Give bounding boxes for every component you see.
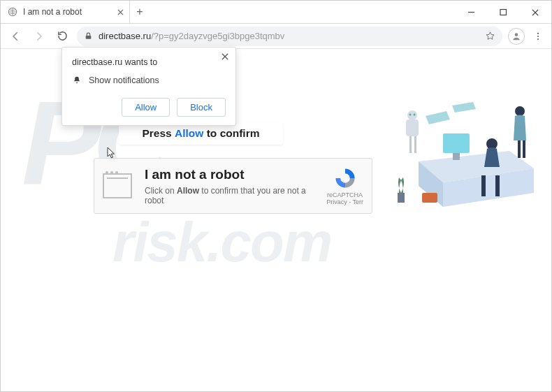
popup-title: directbase.ru wants to	[72, 57, 226, 67]
url-path: /?p=gy2dayzvge5gi3bpge3tqmbv	[151, 31, 284, 41]
window-icon	[103, 173, 132, 198]
popup-line: Show notifications	[89, 75, 159, 85]
svg-point-17	[409, 114, 412, 116]
svg-rect-27	[398, 193, 405, 203]
svg-rect-24	[422, 193, 437, 203]
svg-rect-20	[414, 136, 416, 153]
url-host: directbase.ru	[99, 31, 151, 41]
captcha-subtext: Click on Allow to confirm that you are n…	[145, 186, 314, 205]
recaptcha-privacy-terms: Privacy - Terr	[326, 198, 363, 205]
window-controls	[455, 1, 551, 23]
profile-avatar-icon[interactable]	[508, 28, 525, 45]
svg-point-3	[515, 33, 518, 36]
address-bar[interactable]: directbase.ru/?p=gy2dayzvge5gi3bpge3tqmb…	[77, 27, 502, 46]
svg-rect-23	[523, 140, 525, 158]
close-button[interactable]	[519, 1, 551, 24]
cursor-icon	[107, 147, 117, 159]
svg-point-16	[407, 110, 417, 120]
url-text: directbase.ru/?p=gy2dayzvge5gi3bpge3tqmb…	[99, 31, 284, 41]
svg-point-18	[414, 114, 416, 116]
browser-tab[interactable]: I am not a robot	[1, 1, 130, 23]
banner-post: to confirm	[207, 127, 260, 140]
svg-rect-13	[481, 175, 486, 196]
captcha-heading: I am not a robot	[145, 167, 314, 182]
recaptcha-label: reCAPTCHA	[326, 191, 363, 198]
captcha-card: I am not a robot Click on Allow to confi…	[94, 158, 372, 214]
back-button[interactable]	[6, 27, 24, 45]
kebab-menu-icon[interactable]	[530, 29, 546, 44]
reload-button[interactable]	[54, 27, 71, 45]
svg-point-6	[537, 38, 539, 40]
banner-highlight: Allow	[175, 127, 203, 140]
tab-close-icon[interactable]	[117, 9, 124, 15]
banner-pre: Press	[143, 127, 172, 140]
browser-toolbar: directbase.ru/?p=gy2dayzvge5gi3bpge3tqmb…	[1, 24, 551, 49]
svg-point-5	[537, 35, 539, 36]
svg-rect-1	[500, 10, 507, 15]
svg-rect-14	[495, 175, 500, 196]
lock-icon	[84, 31, 93, 41]
svg-rect-22	[518, 140, 521, 158]
svg-rect-19	[409, 136, 412, 153]
forward-button[interactable]	[30, 27, 48, 45]
office-illustration	[398, 85, 537, 217]
svg-point-21	[515, 106, 525, 116]
svg-rect-11	[453, 153, 460, 160]
popup-row: Show notifications	[72, 75, 226, 85]
allow-button[interactable]: Allow	[122, 98, 170, 117]
svg-point-4	[537, 32, 539, 34]
captcha-text: I am not a robot Click on Allow to confi…	[145, 167, 314, 205]
bookmark-star-icon[interactable]	[485, 31, 495, 41]
block-button[interactable]: Block	[177, 98, 226, 117]
notification-permission-popup: directbase.ru wants to Show notification…	[61, 47, 236, 126]
recaptcha-icon	[333, 166, 357, 190]
minimize-button[interactable]	[455, 1, 487, 24]
svg-rect-10	[443, 133, 470, 153]
svg-rect-15	[406, 119, 419, 136]
new-tab-button[interactable]: +	[130, 1, 150, 23]
svg-rect-2	[86, 36, 92, 39]
window-titlebar: I am not a robot +	[1, 1, 551, 24]
recaptcha-badge: reCAPTCHA Privacy - Terr	[326, 166, 363, 205]
svg-marker-25	[426, 111, 450, 124]
bell-icon	[72, 75, 82, 85]
svg-marker-26	[452, 102, 476, 112]
globe-icon	[8, 7, 17, 17]
maximize-button[interactable]	[487, 1, 519, 24]
tab-title: I am not a robot	[23, 7, 112, 17]
popup-close-icon[interactable]	[221, 53, 228, 60]
